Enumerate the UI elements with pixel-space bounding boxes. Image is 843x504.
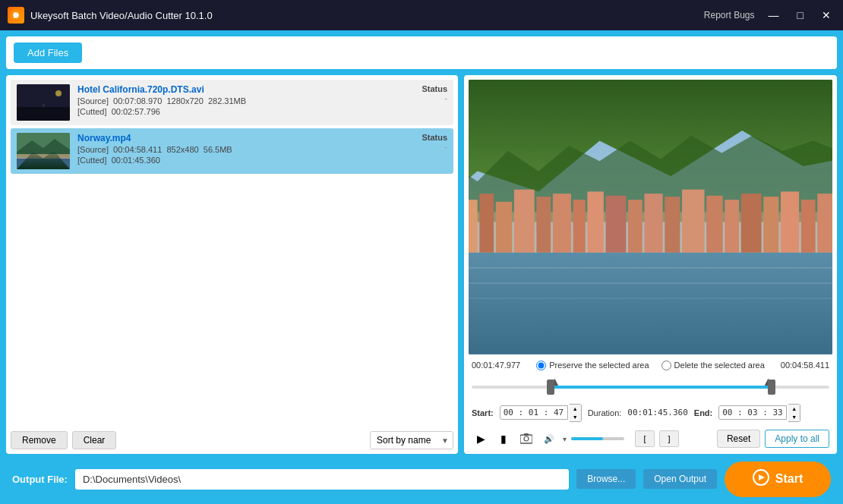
mark-out-button[interactable]: ] — [659, 430, 679, 447]
svg-rect-28 — [628, 200, 643, 253]
file-meta-cut: [Cutted] 00:02:57.796 — [77, 107, 379, 116]
apply-to-all-button[interactable]: Apply to all — [765, 430, 829, 448]
file-list-footer: Remove Clear Sort by name Sort by size S… — [11, 428, 453, 449]
svg-rect-34 — [741, 194, 762, 253]
svg-point-4 — [55, 90, 62, 96]
video-panel: 00:01:47.977 Preserve the selected area … — [464, 75, 837, 454]
play-button[interactable]: ▶ — [472, 430, 490, 448]
end-label: End: — [694, 408, 712, 417]
start-time-up[interactable]: ▲ — [570, 405, 581, 413]
video-background — [469, 80, 832, 354]
open-output-button[interactable]: Open Output — [643, 469, 717, 489]
duration-label: Duration: — [588, 408, 622, 417]
footer-buttons: Remove Clear — [11, 431, 116, 449]
start-time-down[interactable]: ▼ — [570, 413, 581, 421]
end-time-down[interactable]: ▼ — [788, 413, 800, 421]
list-item[interactable]: ♪ Hotel California.720p.DTS.avi [Source]… — [11, 80, 453, 125]
toolbar: Add Files — [6, 36, 837, 69]
timeline-track[interactable] — [472, 386, 829, 389]
svg-rect-20 — [479, 194, 494, 253]
add-files-button[interactable]: Add Files — [14, 43, 82, 63]
file-meta-source: [Source] 00:07:08.970 1280x720 282.31MB — [77, 96, 379, 106]
transport-row: ▶ ▮ 🔊 ▾ [ ] Reset Apply to all — [469, 428, 832, 449]
svg-rect-23 — [536, 197, 551, 253]
list-item[interactable]: Norway.mp4 [Source] 00:04:58.411 852x480… — [11, 128, 453, 174]
end-time-field[interactable] — [718, 405, 787, 420]
start-icon — [753, 469, 769, 490]
start-button[interactable]: Start — [725, 461, 831, 497]
left-handle[interactable] — [547, 380, 554, 395]
file-list-panel: ♪ Hotel California.720p.DTS.avi [Source]… — [6, 75, 458, 454]
screenshot-button[interactable] — [517, 430, 535, 448]
report-bugs-link[interactable]: Report Bugs — [704, 10, 755, 20]
svg-rect-3 — [17, 107, 70, 121]
svg-rect-25 — [573, 200, 586, 253]
svg-rect-32 — [706, 196, 722, 253]
preserve-label: Preserve the selected area — [549, 361, 649, 370]
file-info: Norway.mp4 [Source] 00:04:58.411 852x480… — [77, 133, 379, 165]
start-time-field[interactable] — [500, 405, 568, 420]
start-time-input[interactable]: ▲ ▼ — [500, 404, 582, 422]
remove-button[interactable]: Remove — [11, 431, 68, 449]
svg-rect-35 — [763, 197, 778, 253]
timeline-slider[interactable]: ▲ ▲ — [469, 376, 832, 398]
preserve-radio-input[interactable] — [536, 361, 546, 370]
svg-rect-19 — [469, 200, 478, 253]
svg-rect-30 — [665, 197, 680, 253]
stop-button[interactable]: ▮ — [494, 430, 513, 448]
file-thumbnail: ♪ — [17, 84, 70, 121]
close-button[interactable]: ✕ — [817, 8, 835, 23]
svg-rect-31 — [682, 190, 704, 253]
preserve-radio[interactable]: Preserve the selected area — [536, 361, 649, 370]
svg-rect-27 — [606, 196, 627, 253]
file-status: Status - — [387, 84, 447, 102]
file-info: Hotel California.720p.DTS.avi [Source] 0… — [77, 84, 379, 116]
svg-text:♪: ♪ — [42, 102, 45, 109]
main-container: Add Files ♪ Hotel Calif — [0, 30, 843, 504]
clear-button[interactable]: Clear — [72, 431, 117, 449]
svg-point-46 — [524, 436, 529, 441]
end-time-input[interactable]: ▲ ▼ — [718, 404, 800, 422]
volume-slider[interactable] — [571, 437, 624, 440]
browse-button[interactable]: Browse... — [576, 469, 636, 489]
delete-label: Delete the selected area — [674, 361, 765, 370]
sort-select-wrapper[interactable]: Sort by name Sort by size Sort by date — [370, 431, 453, 449]
controls-row: Start: ▲ ▼ Duration: 00:01:45.360 End: ▲… — [469, 402, 832, 424]
volume-down-icon: ▾ — [563, 435, 567, 443]
start-time-spinners: ▲ ▼ — [570, 404, 582, 422]
right-handle[interactable] — [768, 380, 775, 395]
start-label: Start: — [472, 408, 494, 417]
delete-radio-input[interactable] — [661, 361, 671, 370]
title-bar: Ukeysoft Batch Video/Audio Cutter 10.1.0… — [0, 0, 843, 30]
delete-radio[interactable]: Delete the selected area — [661, 361, 765, 370]
volume-button[interactable]: 🔊 — [540, 430, 558, 448]
svg-rect-26 — [587, 191, 603, 252]
svg-rect-9 — [17, 154, 70, 159]
svg-rect-21 — [496, 202, 512, 253]
reset-button[interactable]: Reset — [717, 430, 760, 448]
app-icon — [8, 7, 24, 24]
svg-rect-22 — [514, 190, 535, 253]
file-status: Status - — [387, 133, 447, 151]
svg-rect-38 — [817, 194, 832, 253]
svg-rect-33 — [725, 200, 739, 253]
maximize-button[interactable]: □ — [793, 8, 808, 23]
title-bar-left: Ukeysoft Batch Video/Audio Cutter 10.1.0 — [8, 7, 213, 24]
output-path-input[interactable] — [75, 469, 569, 490]
time-end-label: 00:04:58.411 — [781, 361, 829, 370]
file-meta-source: [Source] 00:04:58.411 852x480 56.5MB — [77, 145, 379, 154]
volume-fill — [571, 437, 603, 440]
file-name: Norway.mp4 — [77, 133, 379, 143]
duration-value: 00:01:45.360 — [627, 408, 687, 417]
minimize-button[interactable]: — — [764, 8, 784, 23]
timeline-fill — [551, 386, 772, 389]
end-time-up[interactable]: ▲ — [788, 405, 800, 413]
svg-rect-8 — [17, 157, 70, 169]
svg-rect-29 — [644, 194, 662, 253]
end-time-spinners: ▲ ▼ — [788, 404, 800, 422]
sort-select[interactable]: Sort by name Sort by size Sort by date — [370, 431, 453, 449]
app-title: Ukeysoft Batch Video/Audio Cutter 10.1.0 — [30, 10, 213, 21]
svg-rect-47 — [524, 433, 529, 436]
time-range-bar: 00:01:47.977 Preserve the selected area … — [469, 359, 832, 372]
mark-in-button[interactable]: [ — [635, 430, 655, 447]
